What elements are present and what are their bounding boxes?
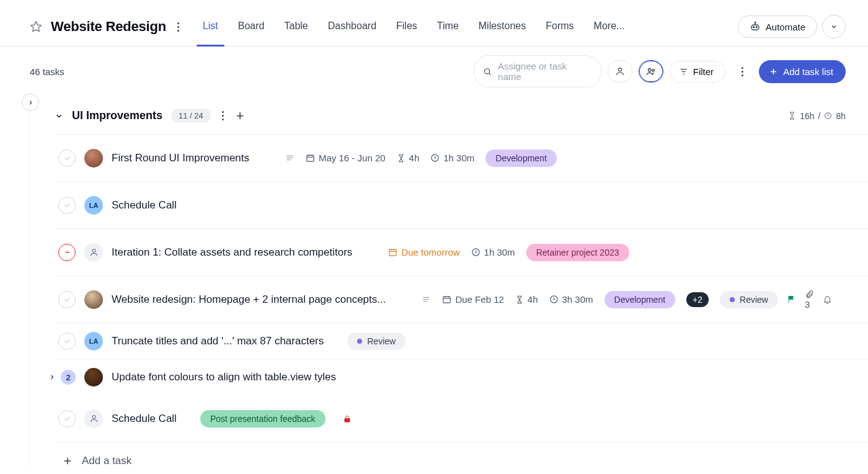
person-view-button[interactable]	[608, 60, 632, 83]
assignee-empty-icon[interactable]	[84, 243, 103, 262]
avatar[interactable]	[84, 149, 103, 168]
automate-label: Automate	[766, 22, 805, 32]
svg-point-7	[618, 68, 621, 71]
logged-time: 3h 30m	[549, 294, 593, 305]
search-input[interactable]: Assignee or task name	[474, 55, 601, 87]
subtask-toggle[interactable]: 2	[48, 370, 76, 385]
tab-dashboard[interactable]: Dashboard	[328, 20, 376, 47]
group-view-button[interactable]	[639, 60, 663, 83]
logged-time: 1h 30m	[430, 153, 474, 163]
assignee-empty-icon[interactable]	[84, 409, 103, 428]
svg-line-6	[489, 73, 491, 75]
collapse-icon[interactable]	[55, 112, 63, 120]
status-toggle[interactable]	[58, 150, 76, 167]
description-icon[interactable]	[285, 153, 294, 163]
avatar[interactable]: LA	[84, 196, 103, 215]
task-title: Update font colours to align with table.…	[112, 371, 336, 383]
dot-icon	[357, 339, 362, 344]
tab-more[interactable]: More...	[594, 20, 625, 47]
tab-milestones[interactable]: Milestones	[479, 20, 526, 47]
flag-icon[interactable]	[787, 295, 796, 304]
add-task-list-label: Add task list	[783, 66, 833, 77]
dot-icon	[730, 297, 735, 302]
avatar[interactable]: LA	[84, 332, 103, 351]
attachments[interactable]: 3	[805, 290, 814, 310]
group-add-icon[interactable]: +	[236, 109, 244, 123]
status-toggle[interactable]	[58, 410, 76, 427]
date-range[interactable]: May 16 - Jun 20	[306, 153, 386, 163]
task-title: Schedule Call	[112, 413, 177, 425]
svg-point-4	[755, 22, 756, 23]
task-row[interactable]: Schedule CallPost presentation feedback	[55, 395, 868, 442]
svg-point-9	[652, 69, 654, 71]
task-meta: Due tomorrow1h 30mRetainer project 2023	[388, 244, 629, 261]
task-row[interactable]: Iteration 1: Collate assets and research…	[55, 229, 868, 276]
expand-sidebar-icon[interactable]	[22, 94, 39, 111]
search-placeholder: Assignee or task name	[498, 61, 588, 82]
page-title: Website Redesign	[51, 19, 166, 35]
tag[interactable]: Post presentation feedback	[200, 410, 326, 427]
automate-dropdown[interactable]	[822, 15, 846, 38]
clock-icon	[824, 112, 832, 120]
avatar[interactable]	[84, 368, 103, 387]
subtask-count: 2	[61, 370, 76, 385]
filter-button[interactable]: Filter	[670, 61, 725, 83]
star-icon[interactable]	[30, 20, 42, 33]
tab-table[interactable]: Table	[285, 20, 308, 47]
tab-board[interactable]: Board	[238, 20, 265, 47]
logged-time: 1h 30m	[471, 247, 515, 257]
task-row[interactable]: First Round UI ImprovementsMay 16 - Jun …	[55, 135, 868, 182]
avatar[interactable]	[84, 290, 103, 309]
task-meta: Due Feb 124h3h 30mDevelopment+2Review	[422, 291, 778, 308]
tab-list[interactable]: List	[203, 20, 218, 47]
svg-rect-1	[751, 25, 759, 30]
filter-label: Filter	[693, 66, 714, 77]
task-meta: May 16 - Jun 204h1h 30mDevelopment	[285, 150, 557, 167]
task-row[interactable]: LASchedule Call	[55, 182, 868, 229]
toolbar-right: Assignee or task name Filter Add task li…	[474, 55, 846, 87]
status-toggle[interactable]	[58, 197, 76, 214]
task-row[interactable]: 2 Update font colours to align with tabl…	[55, 359, 868, 395]
tag[interactable]: Development	[485, 150, 557, 167]
header: Website Redesign List Board Table Dashbo…	[0, 0, 868, 47]
page-menu-icon[interactable]	[175, 20, 182, 34]
task-trailing: 3	[787, 290, 835, 310]
tab-time[interactable]: Time	[437, 20, 459, 47]
task-row[interactable]: Website redesign: Homepage + 2 internal …	[55, 276, 868, 323]
reminder-icon[interactable]	[823, 295, 832, 304]
svg-rect-19	[307, 155, 314, 161]
stage-chip[interactable]: Review	[720, 291, 778, 308]
status-toggle[interactable]	[58, 244, 76, 261]
tag[interactable]: Retainer project 2023	[526, 244, 629, 261]
date-range[interactable]: Due Feb 12	[442, 294, 503, 305]
description-icon[interactable]	[422, 295, 431, 304]
svg-rect-26	[389, 249, 396, 256]
task-title: Schedule Call	[112, 199, 177, 212]
status-toggle[interactable]	[58, 291, 76, 308]
header-right: Automate	[738, 15, 846, 38]
svg-point-39	[92, 416, 95, 419]
group-name: UI Improvements	[72, 109, 162, 122]
task-title: First Round UI Improvements	[112, 152, 249, 164]
status-toggle[interactable]	[58, 333, 76, 350]
add-task-list-button[interactable]: Add task list	[759, 60, 846, 83]
add-task-button[interactable]: Add a task	[55, 442, 868, 467]
svg-point-25	[92, 249, 95, 253]
tab-forms[interactable]: Forms	[546, 20, 574, 47]
group-menu-icon[interactable]	[219, 109, 226, 123]
add-task-label: Add a task	[82, 455, 131, 467]
stage-chip[interactable]: Review	[347, 333, 405, 350]
tab-files[interactable]: Files	[396, 20, 417, 47]
toolbar: 46 tasks Assignee or task name Filter Ad…	[0, 47, 868, 96]
group-time-summary: 16h / 8h	[788, 111, 863, 121]
automate-button[interactable]: Automate	[738, 16, 817, 38]
estimate: 4h	[397, 153, 420, 163]
tag[interactable]: Development	[604, 291, 676, 308]
group-actions: +	[219, 109, 244, 123]
group-progress-badge: 11 / 24	[171, 109, 211, 123]
toolbar-more-icon[interactable]	[732, 61, 753, 82]
task-title: Truncate titles and add '...' max 87 cha…	[112, 335, 324, 347]
task-row[interactable]: LATruncate titles and add '...' max 87 c…	[55, 323, 868, 359]
due-date[interactable]: Due tomorrow	[388, 247, 459, 257]
tag-overflow[interactable]: +2	[686, 292, 709, 307]
